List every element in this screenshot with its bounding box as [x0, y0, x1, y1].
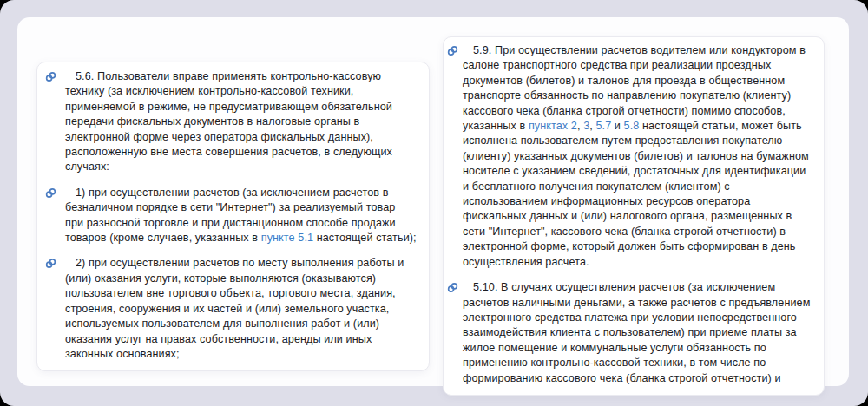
paragraph: 5.6. Пользователи вправе применять контр… — [65, 69, 417, 175]
inline-link[interactable]: пункте 5.1 — [261, 232, 313, 244]
inline-link[interactable]: 3 — [583, 120, 589, 132]
paragraph-text: 1) при осуществлении расчетов (за исключ… — [65, 186, 417, 246]
document-column-left: 5.6. Пользователи вправе применять контр… — [36, 62, 430, 371]
inline-link[interactable]: пунктах 2 — [529, 120, 577, 132]
chain-link-icon[interactable] — [45, 258, 56, 269]
paragraph: 5.10. В случаях осуществления расчетов (… — [463, 280, 812, 386]
inline-link[interactable]: 5.8 — [624, 120, 640, 132]
paragraph: 5.9. При осуществлении расчетов водителе… — [463, 43, 812, 270]
paragraph-text: 5.9. При осуществлении расчетов водителе… — [463, 43, 812, 270]
paragraph-text: 5.10. В случаях осуществления расчетов (… — [463, 280, 812, 386]
paragraph-text: 5.6. Пользователи вправе применять контр… — [65, 69, 417, 175]
document-column-right: 5.9. При осуществлении расчетов водителе… — [443, 36, 825, 396]
paragraph: 2) при осуществлении расчетов по месту в… — [65, 256, 417, 362]
paragraph: 1) при осуществлении расчетов (за исключ… — [65, 186, 417, 246]
document-panel: 5.6. Пользователи вправе применять контр… — [17, 17, 849, 386]
app-background: 5.6. Пользователи вправе применять контр… — [0, 0, 868, 406]
inline-link[interactable]: 5.7 — [595, 120, 611, 132]
chain-link-icon[interactable] — [45, 187, 56, 199]
chain-link-icon[interactable] — [447, 45, 458, 56]
chain-link-icon[interactable] — [45, 71, 56, 82]
paragraph-text: 2) при осуществлении расчетов по месту в… — [65, 256, 417, 362]
card-left-content: 5.6. Пользователи вправе применять контр… — [65, 69, 417, 362]
card-right-content: 5.9. При осуществлении расчетов водителе… — [463, 43, 812, 386]
chain-link-icon[interactable] — [447, 282, 458, 293]
